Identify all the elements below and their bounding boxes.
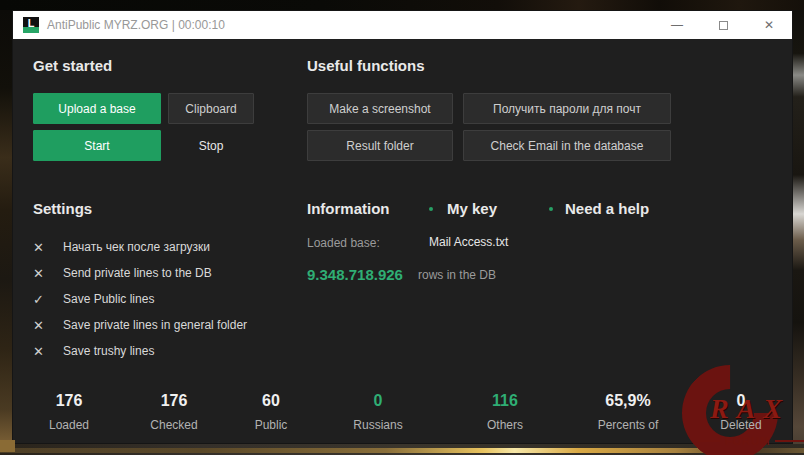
minimize-icon: — [671,18,683,32]
stat-value: 0 [353,391,402,411]
stat-value: 60 [255,391,288,411]
loaded-base-value: Mail Access.txt [429,235,508,249]
titlebar: L AntiPublic MYRZ.ORG | 00:00:10 — ✕ [13,11,792,39]
stat-value: 65,9% [598,391,659,411]
db-rows-count: 9.348.718.926 [307,266,403,283]
clipboard-button[interactable]: Clipboard [168,93,254,124]
maximize-button[interactable] [700,11,746,39]
stat-value: 116 [487,391,523,411]
setting-label: Save private lines in general folder [63,318,247,332]
stat-percents: 65,9% Percents of [598,391,659,432]
stat-loaded: 176 Loaded [49,391,89,432]
cross-icon: ✕ [33,266,49,281]
setting-save-private-lines-general[interactable]: ✕ Save private lines in general folder [33,312,247,338]
information-heading: Information [307,200,390,217]
setting-label: Начать чек после загрузки [63,240,210,254]
window-title: AntiPublic MYRZ.ORG | 00:00:10 [47,18,225,32]
stat-deleted: 0 Deleted [720,391,761,432]
check-email-database-button[interactable]: Check Email in the database [463,130,671,161]
stats-bar: 176 Loaded 176 Checked 60 Public 0 Russi… [13,391,792,451]
start-button[interactable]: Start [33,130,161,161]
setting-label: Save trushy lines [63,344,154,358]
maximize-icon [719,21,728,30]
settings-heading: Settings [33,200,92,217]
stat-label: Deleted [720,418,761,432]
useful-functions-heading: Useful functions [307,57,425,74]
app-icon: L [23,17,39,33]
green-dot-icon [549,207,553,211]
loaded-base-label: Loaded base: [307,236,380,250]
cross-icon: ✕ [33,318,49,333]
close-icon: ✕ [764,18,774,32]
make-screenshot-button[interactable]: Make a screenshot [307,93,453,124]
stat-label: Public [255,418,288,432]
get-started-heading: Get started [33,57,112,74]
desktop-wallpaper-left [0,10,12,444]
check-icon: ✓ [33,292,49,307]
cross-icon: ✕ [33,344,49,359]
close-button[interactable]: ✕ [746,11,792,39]
setting-send-private-lines-db[interactable]: ✕ Send private lines to the DB [33,260,212,286]
stat-label: Loaded [49,418,89,432]
setting-save-public-lines[interactable]: ✓ Save Public lines [33,286,154,312]
stat-others: 116 Others [487,391,523,432]
setting-save-trushy-lines[interactable]: ✕ Save trushy lines [33,338,154,364]
setting-label: Send private lines to the DB [63,266,212,280]
stat-checked: 176 Checked [150,391,197,432]
minimize-button[interactable]: — [654,11,700,39]
upload-a-base-button[interactable]: Upload a base [33,93,161,124]
stat-label: Checked [150,418,197,432]
stat-label: Russians [353,418,402,432]
app-icon-letter: L [23,17,39,33]
window-controls: — ✕ [654,11,792,39]
stat-russians: 0 Russians [353,391,402,432]
setting-label: Save Public lines [63,292,154,306]
need-a-help-link[interactable]: Need a help [565,200,649,217]
cross-icon: ✕ [33,240,49,255]
stat-label: Percents of [598,418,659,432]
stop-button[interactable]: Stop [168,130,254,161]
setting-start-check-after-upload[interactable]: ✕ Начать чек после загрузки [33,234,210,260]
desktop-wallpaper-top [0,0,804,10]
get-mail-passwords-button[interactable]: Получить пароли для почт [463,93,671,124]
stat-label: Others [487,418,523,432]
result-folder-button[interactable]: Result folder [307,130,453,161]
stat-value: 176 [150,391,197,411]
db-rows-label: rows in the DB [418,268,496,282]
my-key-link[interactable]: My key [447,200,497,217]
green-dot-icon [429,207,433,211]
stat-value: 176 [49,391,89,411]
stat-public: 60 Public [255,391,288,432]
stat-value: 0 [720,391,761,411]
